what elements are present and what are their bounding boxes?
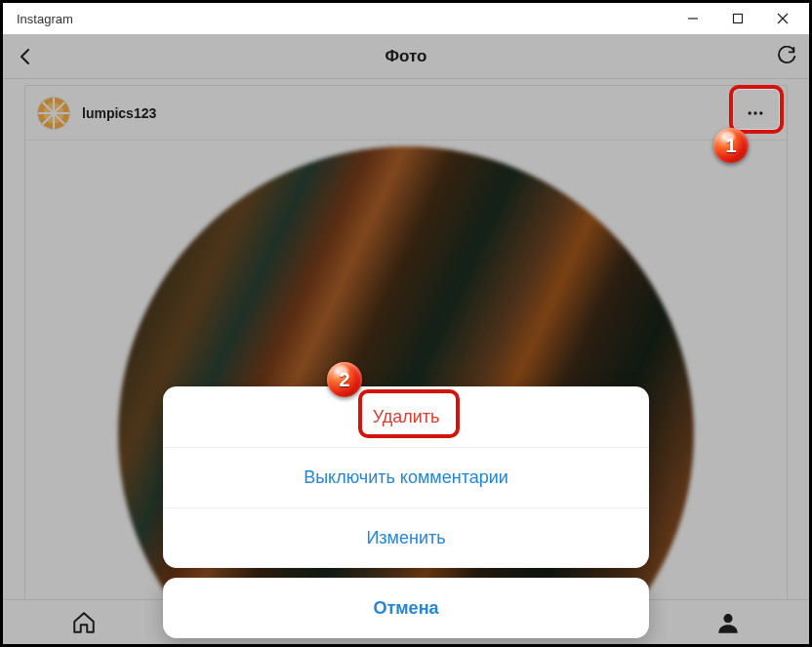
annotation-badge-1: 1 bbox=[713, 128, 749, 163]
more-horizontal-icon bbox=[746, 103, 765, 123]
svg-point-5 bbox=[753, 111, 756, 114]
window-minimize-button[interactable] bbox=[670, 3, 715, 34]
home-icon bbox=[71, 610, 97, 635]
action-disable-comments[interactable]: Выключить комментарии bbox=[163, 447, 649, 507]
svg-point-4 bbox=[749, 111, 751, 114]
app-header: Фото bbox=[3, 34, 809, 79]
action-sheet: Удалить Выключить комментарии Изменить О… bbox=[163, 386, 649, 638]
avatar[interactable] bbox=[37, 97, 70, 130]
window-close-button[interactable] bbox=[760, 3, 805, 34]
action-cancel[interactable]: Отмена bbox=[163, 578, 649, 638]
chevron-left-icon bbox=[17, 48, 34, 65]
window-title: Instagram bbox=[17, 12, 670, 26]
action-edit[interactable]: Изменить bbox=[163, 507, 649, 568]
window-titlebar: Instagram bbox=[3, 3, 809, 34]
refresh-button[interactable] bbox=[764, 46, 809, 67]
action-delete[interactable]: Удалить bbox=[163, 386, 649, 447]
back-button[interactable] bbox=[3, 48, 48, 65]
refresh-icon bbox=[776, 46, 797, 67]
svg-rect-1 bbox=[734, 15, 743, 23]
home-button[interactable] bbox=[61, 600, 106, 645]
more-options-button[interactable] bbox=[736, 94, 775, 133]
username[interactable]: lumpics123 bbox=[82, 105, 156, 121]
window-maximize-button[interactable] bbox=[715, 3, 760, 34]
svg-point-7 bbox=[723, 614, 732, 623]
post-header: lumpics123 bbox=[25, 86, 787, 141]
page-title: Фото bbox=[3, 47, 809, 66]
profile-button[interactable] bbox=[706, 600, 751, 645]
svg-point-6 bbox=[759, 111, 762, 114]
person-icon bbox=[715, 610, 741, 635]
annotation-badge-2: 2 bbox=[327, 362, 362, 397]
